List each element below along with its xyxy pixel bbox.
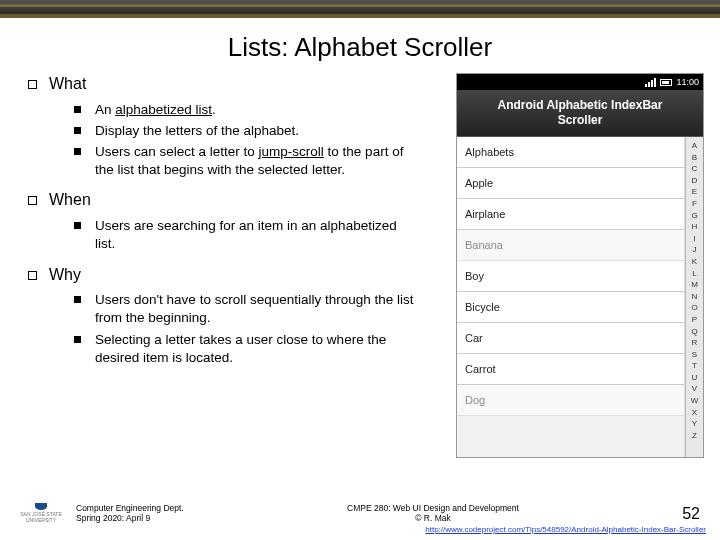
index-letter[interactable]: O <box>691 302 697 314</box>
bullet-text: Users can select a letter to jump-scroll… <box>95 143 415 179</box>
index-letter[interactable]: R <box>692 337 698 349</box>
section-bullet-icon <box>28 271 37 280</box>
index-letter[interactable]: Q <box>691 326 697 338</box>
index-letter[interactable]: V <box>692 383 697 395</box>
top-bar <box>0 0 720 18</box>
list-item[interactable]: Apple <box>457 168 684 199</box>
index-letter[interactable]: F <box>692 198 697 210</box>
index-letter[interactable]: E <box>692 186 697 198</box>
index-letter[interactable]: I <box>693 233 695 245</box>
index-letter[interactable]: Y <box>692 418 697 430</box>
alphabetized-list[interactable]: Alphabets Apple Airplane Banana Boy Bicy… <box>457 137 685 457</box>
screenshot-column: 11:00 Android Alphabetic IndexBarScrolle… <box>456 73 704 458</box>
sjsu-logo: SAN JOSÉ STATE UNIVERSITY <box>14 503 68 523</box>
alphabet-index-bar[interactable]: A B C D E F G H I J K L M N O P Q <box>685 137 703 457</box>
status-time: 11:00 <box>676 77 699 87</box>
footer-center: CMPE 280: Web UI Design and Development©… <box>184 503 682 523</box>
list-item[interactable]: Dog <box>457 385 684 416</box>
index-letter[interactable]: L <box>692 268 696 280</box>
index-letter[interactable]: H <box>692 221 698 233</box>
footer-left: Computer Engineering Dept.Spring 2020: A… <box>76 503 184 523</box>
index-letter[interactable]: W <box>691 395 699 407</box>
section-heading: What <box>49 73 86 95</box>
bullet-icon <box>74 336 81 343</box>
index-letter[interactable]: U <box>692 372 698 384</box>
index-letter[interactable]: B <box>692 152 697 164</box>
section-what: What An alphabetized list. Display the l… <box>28 73 448 179</box>
battery-icon <box>660 79 672 86</box>
text-column: What An alphabetized list. Display the l… <box>28 73 448 458</box>
bullet-text: Display the letters of the alphabet. <box>95 122 299 140</box>
list-item[interactable]: Boy <box>457 261 684 292</box>
index-letter[interactable]: T <box>692 360 697 372</box>
reference-link[interactable]: http://www.codeproject.com/Tips/548592/A… <box>425 525 706 534</box>
index-letter[interactable]: Z <box>692 430 697 442</box>
section-when: When Users are searching for an item in … <box>28 189 448 253</box>
page-number: 52 <box>682 505 706 523</box>
index-letter[interactable]: S <box>692 349 697 361</box>
bullet-text: Users don't have to scroll sequentially … <box>95 291 415 327</box>
bullet-icon <box>74 296 81 303</box>
bullet-text: An alphabetized list. <box>95 101 216 119</box>
content: What An alphabetized list. Display the l… <box>0 73 720 458</box>
index-letter[interactable]: G <box>691 210 697 222</box>
list-wrap: Alphabets Apple Airplane Banana Boy Bicy… <box>457 137 703 457</box>
list-item[interactable]: Bicycle <box>457 292 684 323</box>
footer: SAN JOSÉ STATE UNIVERSITY Computer Engin… <box>0 503 720 534</box>
bullet-icon <box>74 222 81 229</box>
section-heading: Why <box>49 264 81 286</box>
footer-link: http://www.codeproject.com/Tips/548592/A… <box>14 525 706 534</box>
device-screenshot: 11:00 Android Alphabetic IndexBarScrolle… <box>456 73 704 458</box>
list-item[interactable]: Car <box>457 323 684 354</box>
slide-title: Lists: Alphabet Scroller <box>0 32 720 63</box>
app-title: Android Alphabetic IndexBarScroller <box>457 90 703 137</box>
status-bar: 11:00 <box>457 74 703 90</box>
list-item[interactable]: Banana <box>457 230 684 261</box>
index-letter[interactable]: N <box>692 291 698 303</box>
index-letter[interactable]: C <box>692 163 698 175</box>
list-item[interactable]: Alphabets <box>457 137 684 168</box>
bullet-text: Selecting a letter takes a user close to… <box>95 331 415 367</box>
index-letter[interactable]: J <box>693 244 697 256</box>
index-letter[interactable]: P <box>692 314 697 326</box>
section-bullet-icon <box>28 80 37 89</box>
section-heading: When <box>49 189 91 211</box>
index-letter[interactable]: A <box>692 140 697 152</box>
bullet-icon <box>74 148 81 155</box>
list-item[interactable]: Carrot <box>457 354 684 385</box>
bullet-icon <box>74 127 81 134</box>
list-item[interactable]: Airplane <box>457 199 684 230</box>
section-bullet-icon <box>28 196 37 205</box>
crest-icon <box>35 503 47 510</box>
index-letter[interactable]: K <box>692 256 697 268</box>
bullet-text: Users are searching for an item in an al… <box>95 217 415 253</box>
index-letter[interactable]: M <box>691 279 698 291</box>
bullet-icon <box>74 106 81 113</box>
section-why: Why Users don't have to scroll sequentia… <box>28 264 448 367</box>
index-letter[interactable]: D <box>692 175 698 187</box>
index-letter[interactable]: X <box>692 407 697 419</box>
signal-icon <box>645 78 656 87</box>
